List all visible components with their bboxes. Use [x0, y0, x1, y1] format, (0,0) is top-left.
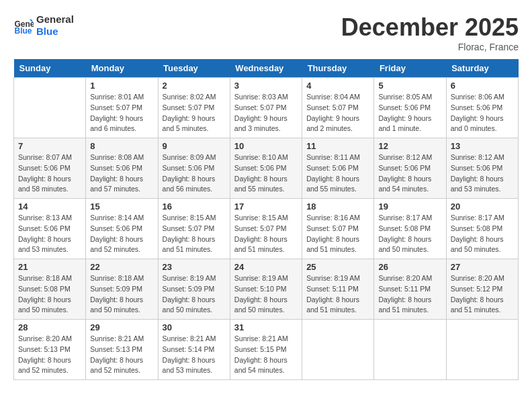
calendar-cell: 17Sunrise: 8:15 AMSunset: 5:07 PMDayligh… — [230, 199, 302, 259]
day-number: 6 — [451, 81, 514, 91]
day-info: Sunrise: 8:06 AMSunset: 5:06 PMDaylight:… — [451, 92, 514, 134]
weekday-header-sunday: Sunday — [14, 59, 86, 78]
day-number: 30 — [163, 322, 226, 332]
calendar-cell: 31Sunrise: 8:21 AMSunset: 5:15 PMDayligh… — [230, 320, 302, 380]
day-info: Sunrise: 8:16 AMSunset: 5:07 PMDaylight:… — [306, 213, 369, 255]
day-info: Sunrise: 8:09 AMSunset: 5:06 PMDaylight:… — [163, 152, 226, 195]
day-number: 19 — [378, 201, 441, 212]
day-info: Sunrise: 8:20 AMSunset: 5:12 PMDaylight:… — [451, 273, 514, 316]
calendar-cell: 1Sunrise: 8:01 AMSunset: 5:07 PMDaylight… — [86, 78, 158, 138]
calendar-cell — [446, 320, 518, 380]
day-number: 4 — [306, 81, 369, 91]
calendar-cell: 29Sunrise: 8:21 AMSunset: 5:13 PMDayligh… — [86, 320, 158, 380]
calendar-cell: 8Sunrise: 8:08 AMSunset: 5:06 PMDaylight… — [86, 138, 158, 199]
calendar-table: SundayMondayTuesdayWednesdayThursdayFrid… — [13, 59, 519, 380]
day-number: 10 — [234, 141, 298, 151]
calendar-cell: 3Sunrise: 8:03 AMSunset: 5:07 PMDaylight… — [230, 78, 302, 138]
calendar-cell: 5Sunrise: 8:05 AMSunset: 5:06 PMDaylight… — [374, 78, 446, 138]
day-number: 29 — [90, 322, 153, 332]
svg-text:Blue: Blue — [15, 26, 32, 36]
day-info: Sunrise: 8:21 AMSunset: 5:15 PMDaylight:… — [234, 334, 298, 376]
page-header: General Blue General Blue December 2025 … — [13, 13, 519, 52]
day-info: Sunrise: 8:13 AMSunset: 5:06 PMDaylight:… — [18, 213, 81, 255]
calendar-cell: 24Sunrise: 8:19 AMSunset: 5:10 PMDayligh… — [230, 259, 302, 320]
weekday-header-row: SundayMondayTuesdayWednesdayThursdayFrid… — [14, 59, 519, 78]
day-info: Sunrise: 8:17 AMSunset: 5:08 PMDaylight:… — [451, 213, 514, 255]
calendar-cell: 20Sunrise: 8:17 AMSunset: 5:08 PMDayligh… — [446, 199, 518, 259]
day-number: 15 — [90, 201, 153, 212]
calendar-cell — [302, 320, 374, 380]
day-number: 3 — [234, 81, 298, 91]
day-info: Sunrise: 8:18 AMSunset: 5:09 PMDaylight:… — [90, 273, 153, 316]
day-number: 26 — [378, 262, 441, 272]
calendar-cell: 30Sunrise: 8:21 AMSunset: 5:14 PMDayligh… — [158, 320, 230, 380]
day-number: 31 — [234, 322, 298, 332]
calendar-cell: 10Sunrise: 8:10 AMSunset: 5:06 PMDayligh… — [230, 138, 302, 199]
day-number: 7 — [18, 141, 81, 151]
day-info: Sunrise: 8:12 AMSunset: 5:06 PMDaylight:… — [378, 152, 441, 195]
day-number: 18 — [306, 201, 369, 212]
day-number: 9 — [163, 141, 226, 151]
logo-icon: General Blue — [13, 15, 34, 36]
weekday-header-friday: Friday — [374, 59, 446, 78]
day-info: Sunrise: 8:10 AMSunset: 5:06 PMDaylight:… — [234, 152, 298, 195]
month-title: December 2025 — [341, 13, 519, 42]
calendar-cell: 7Sunrise: 8:07 AMSunset: 5:06 PMDaylight… — [14, 138, 86, 199]
day-info: Sunrise: 8:18 AMSunset: 5:08 PMDaylight:… — [18, 273, 81, 316]
day-number: 13 — [451, 141, 514, 151]
day-info: Sunrise: 8:14 AMSunset: 5:06 PMDaylight:… — [90, 213, 153, 255]
day-info: Sunrise: 8:02 AMSunset: 5:07 PMDaylight:… — [163, 92, 226, 134]
calendar-cell: 22Sunrise: 8:18 AMSunset: 5:09 PMDayligh… — [86, 259, 158, 320]
day-info: Sunrise: 8:21 AMSunset: 5:13 PMDaylight:… — [90, 334, 153, 376]
day-number: 27 — [451, 262, 514, 272]
day-info: Sunrise: 8:07 AMSunset: 5:06 PMDaylight:… — [18, 152, 81, 195]
calendar-cell: 28Sunrise: 8:20 AMSunset: 5:13 PMDayligh… — [14, 320, 86, 380]
day-info: Sunrise: 8:20 AMSunset: 5:13 PMDaylight:… — [18, 334, 81, 376]
day-info: Sunrise: 8:01 AMSunset: 5:07 PMDaylight:… — [90, 92, 153, 134]
day-number: 8 — [90, 141, 153, 151]
weekday-header-wednesday: Wednesday — [230, 59, 302, 78]
day-info: Sunrise: 8:15 AMSunset: 5:07 PMDaylight:… — [234, 213, 298, 255]
calendar-cell: 26Sunrise: 8:20 AMSunset: 5:11 PMDayligh… — [374, 259, 446, 320]
day-info: Sunrise: 8:12 AMSunset: 5:06 PMDaylight:… — [451, 152, 514, 195]
calendar-cell: 19Sunrise: 8:17 AMSunset: 5:08 PMDayligh… — [374, 199, 446, 259]
day-number: 14 — [18, 201, 81, 212]
day-number: 21 — [18, 262, 81, 272]
day-info: Sunrise: 8:04 AMSunset: 5:07 PMDaylight:… — [306, 92, 369, 134]
logo-line2: Blue — [36, 26, 74, 38]
calendar-week-4: 21Sunrise: 8:18 AMSunset: 5:08 PMDayligh… — [14, 259, 519, 320]
day-number: 1 — [90, 81, 153, 91]
calendar-cell: 21Sunrise: 8:18 AMSunset: 5:08 PMDayligh… — [14, 259, 86, 320]
calendar-cell: 6Sunrise: 8:06 AMSunset: 5:06 PMDaylight… — [446, 78, 518, 138]
weekday-header-saturday: Saturday — [446, 59, 518, 78]
day-number: 20 — [451, 201, 514, 212]
logo-line1: General — [36, 13, 74, 26]
day-number: 11 — [306, 141, 369, 151]
day-info: Sunrise: 8:08 AMSunset: 5:06 PMDaylight:… — [90, 152, 153, 195]
calendar-cell: 12Sunrise: 8:12 AMSunset: 5:06 PMDayligh… — [374, 138, 446, 199]
day-number: 24 — [234, 262, 298, 272]
day-info: Sunrise: 8:11 AMSunset: 5:06 PMDaylight:… — [306, 152, 369, 195]
day-info: Sunrise: 8:21 AMSunset: 5:14 PMDaylight:… — [163, 334, 226, 376]
calendar-week-1: 1Sunrise: 8:01 AMSunset: 5:07 PMDaylight… — [14, 78, 519, 138]
calendar-cell: 23Sunrise: 8:19 AMSunset: 5:09 PMDayligh… — [158, 259, 230, 320]
day-info: Sunrise: 8:19 AMSunset: 5:11 PMDaylight:… — [306, 273, 369, 316]
weekday-header-thursday: Thursday — [302, 59, 374, 78]
calendar-cell: 15Sunrise: 8:14 AMSunset: 5:06 PMDayligh… — [86, 199, 158, 259]
day-info: Sunrise: 8:05 AMSunset: 5:06 PMDaylight:… — [378, 92, 441, 134]
day-info: Sunrise: 8:20 AMSunset: 5:11 PMDaylight:… — [378, 273, 441, 316]
calendar-cell: 9Sunrise: 8:09 AMSunset: 5:06 PMDaylight… — [158, 138, 230, 199]
day-info: Sunrise: 8:03 AMSunset: 5:07 PMDaylight:… — [234, 92, 298, 134]
day-number: 2 — [163, 81, 226, 91]
weekday-header-monday: Monday — [86, 59, 158, 78]
day-number: 28 — [18, 322, 81, 332]
calendar-cell — [374, 320, 446, 380]
calendar-cell: 25Sunrise: 8:19 AMSunset: 5:11 PMDayligh… — [302, 259, 374, 320]
calendar-cell: 11Sunrise: 8:11 AMSunset: 5:06 PMDayligh… — [302, 138, 374, 199]
title-block: December 2025 Florac, France — [341, 13, 519, 52]
calendar-cell — [14, 78, 86, 138]
calendar-cell: 13Sunrise: 8:12 AMSunset: 5:06 PMDayligh… — [446, 138, 518, 199]
day-info: Sunrise: 8:17 AMSunset: 5:08 PMDaylight:… — [378, 213, 441, 255]
day-number: 5 — [378, 81, 441, 91]
calendar-week-3: 14Sunrise: 8:13 AMSunset: 5:06 PMDayligh… — [14, 199, 519, 259]
